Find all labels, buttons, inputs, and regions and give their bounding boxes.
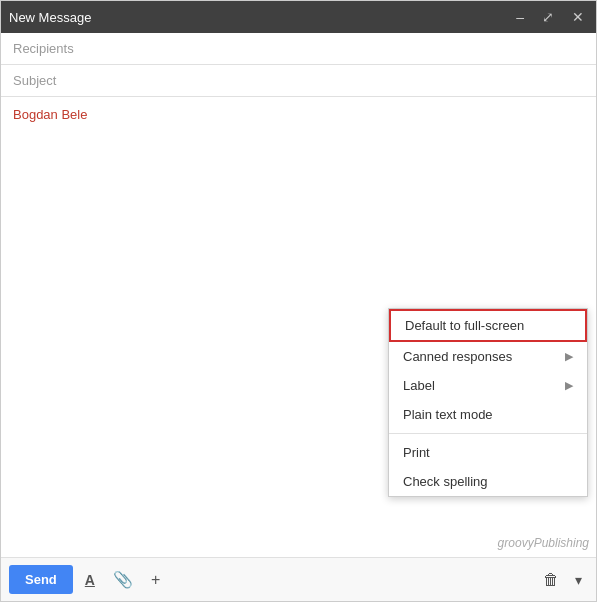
send-button[interactable]: Send <box>9 565 73 594</box>
menu-item-label: Plain text mode <box>403 407 493 422</box>
delete-button[interactable]: 🗑 <box>537 567 565 593</box>
menu-item-label-text: Label <box>403 378 435 393</box>
subject-field-row <box>1 65 596 97</box>
menu-item-label: Default to full-screen <box>405 318 524 333</box>
context-menu: Default to full-screen Canned responses … <box>388 308 588 497</box>
plus-icon: + <box>151 571 160 588</box>
bottom-toolbar: Send A 📎 + 🗑 ▾ <box>1 557 596 601</box>
format-text-button[interactable]: A <box>79 567 101 593</box>
menu-item-label: Print <box>403 445 430 460</box>
minimize-button[interactable]: – <box>512 8 528 26</box>
menu-item-default-fullscreen[interactable]: Default to full-screen <box>389 309 587 342</box>
menu-item-label: Canned responses <box>403 349 512 364</box>
subject-input[interactable] <box>13 73 584 88</box>
window-controls: – ⤢ ✕ <box>512 8 588 26</box>
recipients-field-row <box>1 33 596 65</box>
recipients-input[interactable] <box>13 41 584 56</box>
more-menu-button[interactable]: ▾ <box>569 567 588 593</box>
toolbar-right: 🗑 ▾ <box>537 567 588 593</box>
attachment-icon: 📎 <box>113 571 133 588</box>
close-button[interactable]: ✕ <box>568 8 588 26</box>
menu-item-print[interactable]: Print <box>389 438 587 467</box>
more-options-button[interactable]: + <box>145 567 166 593</box>
menu-item-label: Check spelling <box>403 474 488 489</box>
titlebar: New Message – ⤢ ✕ <box>1 1 596 33</box>
trash-icon: 🗑 <box>543 571 559 588</box>
menu-item-label[interactable]: Label ▶ <box>389 371 587 400</box>
menu-item-plain-text[interactable]: Plain text mode <box>389 400 587 429</box>
chevron-down-icon: ▾ <box>575 572 582 588</box>
attach-file-button[interactable]: 📎 <box>107 566 139 593</box>
menu-item-check-spelling[interactable]: Check spelling <box>389 467 587 496</box>
submenu-arrow-icon: ▶ <box>565 379 573 392</box>
compose-window: New Message – ⤢ ✕ Bogdan Bele Default to… <box>0 0 597 602</box>
watermark: groovyPublishing <box>498 536 589 550</box>
window-title: New Message <box>9 10 91 25</box>
menu-item-canned-responses[interactable]: Canned responses ▶ <box>389 342 587 371</box>
expand-button[interactable]: ⤢ <box>538 8 558 26</box>
body-area[interactable]: Bogdan Bele Default to full-screen Canne… <box>1 97 596 557</box>
sender-name-link[interactable]: Bogdan Bele <box>13 107 87 122</box>
format-icon: A <box>85 572 95 588</box>
submenu-arrow-icon: ▶ <box>565 350 573 363</box>
menu-divider <box>389 433 587 434</box>
